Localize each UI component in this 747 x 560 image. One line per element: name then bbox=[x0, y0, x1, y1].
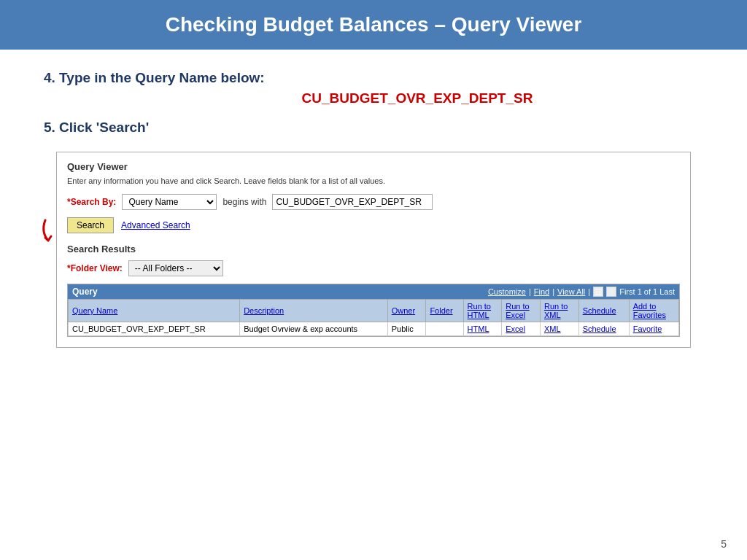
begins-with-label: begins with bbox=[222, 197, 266, 207]
step5-label: 5. Click 'Search' bbox=[44, 120, 703, 136]
results-table-container: Query Customize | Find | View All | ☷ ⁝ … bbox=[67, 284, 680, 337]
page-header: Checking Budget Balances – Query Viewer bbox=[0, 0, 747, 50]
customize-link[interactable]: Customize bbox=[488, 287, 526, 296]
col-query-name[interactable]: Query Name bbox=[69, 300, 240, 322]
search-by-label: *Search By: bbox=[67, 197, 116, 207]
schedule-link[interactable]: Schedule bbox=[583, 324, 616, 333]
table-toolbar-right: Customize | Find | View All | ☷ ⁝ First … bbox=[488, 287, 675, 297]
find-link[interactable]: Find bbox=[534, 287, 549, 296]
folder-view-label: *Folder View: bbox=[67, 263, 123, 273]
grid-icon-1: ☷ bbox=[593, 287, 603, 297]
search-by-select[interactable]: Query Name bbox=[122, 194, 217, 210]
table-header-row: Query Name Description Owner Folder Run … bbox=[69, 300, 679, 322]
advanced-search-link[interactable]: Advanced Search bbox=[121, 220, 190, 230]
search-row: *Search By: Query Name begins with bbox=[67, 194, 680, 210]
search-input[interactable] bbox=[272, 194, 433, 210]
folder-row: *Folder View: -- All Folders -- bbox=[67, 260, 680, 276]
step4-label: 4. Type in the Query Name below: bbox=[44, 70, 703, 86]
col-add-favorites[interactable]: Add toFavorites bbox=[629, 300, 678, 322]
col-run-excel[interactable]: Run toExcel bbox=[502, 300, 541, 322]
results-table: Query Name Description Owner Folder Run … bbox=[68, 299, 679, 336]
cell-description: Budget Ovrview & exp accounts bbox=[240, 322, 388, 336]
cell-run-html[interactable]: HTML bbox=[463, 322, 502, 336]
run-excel-link[interactable]: Excel bbox=[506, 324, 525, 333]
query-viewer-title: Query Viewer bbox=[67, 161, 680, 172]
query-viewer-instructions: Enter any information you have and click… bbox=[67, 176, 680, 185]
table-row: CU_BUDGET_OVR_EXP_DEPT_SR Budget Ovrview… bbox=[69, 322, 679, 336]
run-xml-link[interactable]: XML bbox=[544, 324, 561, 333]
col-description[interactable]: Description bbox=[240, 300, 388, 322]
view-all-link[interactable]: View All bbox=[557, 287, 585, 296]
col-run-html[interactable]: Run toHTML bbox=[463, 300, 502, 322]
favorite-link[interactable]: Favorite bbox=[633, 324, 662, 333]
pagination-label: First 1 of 1 Last bbox=[619, 287, 675, 296]
col-folder[interactable]: Folder bbox=[426, 300, 463, 322]
table-toolbar-query-label: Query bbox=[72, 287, 98, 297]
page-number: 5 bbox=[721, 538, 727, 550]
cell-favorite[interactable]: Favorite bbox=[629, 322, 678, 336]
grid-icon-2: ⁝ bbox=[606, 287, 616, 297]
arrow-container: Search bbox=[67, 217, 114, 233]
col-owner[interactable]: Owner bbox=[387, 300, 426, 322]
cell-run-xml[interactable]: XML bbox=[540, 322, 578, 336]
header-title: Checking Budget Balances – Query Viewer bbox=[166, 13, 582, 36]
search-results-title: Search Results bbox=[67, 244, 680, 254]
col-schedule[interactable]: Schedule bbox=[578, 300, 629, 322]
folder-view-select[interactable]: -- All Folders -- bbox=[128, 260, 223, 276]
query-viewer-box: Query Viewer Enter any information you h… bbox=[56, 152, 691, 348]
search-button[interactable]: Search bbox=[67, 217, 114, 233]
cell-folder bbox=[426, 322, 463, 336]
col-run-xml[interactable]: Run toXML bbox=[540, 300, 578, 322]
cell-run-excel[interactable]: Excel bbox=[502, 322, 541, 336]
cell-owner: Public bbox=[387, 322, 426, 336]
main-content: 4. Type in the Query Name below: CU_BUDG… bbox=[0, 50, 747, 362]
table-toolbar: Query Customize | Find | View All | ☷ ⁝ … bbox=[68, 284, 679, 299]
red-arrow-icon bbox=[39, 219, 66, 245]
cell-schedule[interactable]: Schedule bbox=[578, 322, 629, 336]
cell-query-name: CU_BUDGET_OVR_EXP_DEPT_SR bbox=[69, 322, 240, 336]
button-row: Search Advanced Search bbox=[67, 217, 680, 233]
run-html-link[interactable]: HTML bbox=[468, 324, 489, 333]
query-name-highlight: CU_BUDGET_OVR_EXP_DEPT_SR bbox=[131, 90, 703, 106]
